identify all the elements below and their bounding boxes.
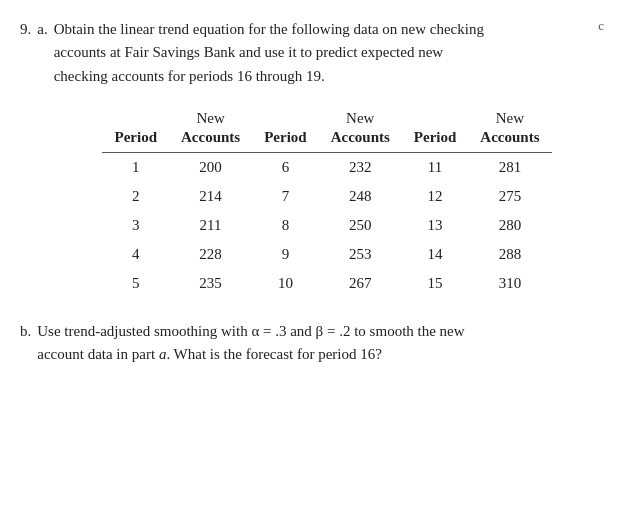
cell-r1-c1: 214 — [169, 182, 252, 211]
table-row: 52351026715310 — [102, 269, 551, 298]
cell-r3-c3: 253 — [319, 240, 402, 269]
col-new-1-header: New — [169, 110, 252, 129]
col-period-2-empty — [252, 110, 319, 129]
part-a-label: a. — [37, 18, 47, 88]
col-accounts-2-label: Accounts — [319, 129, 402, 153]
cell-r3-c1: 228 — [169, 240, 252, 269]
cell-r4-c3: 267 — [319, 269, 402, 298]
part-b-inner: b. Use trend-adjusted smoothing with α =… — [20, 320, 604, 367]
cell-r1-c2: 7 — [252, 182, 319, 211]
cell-r3-c4: 14 — [402, 240, 469, 269]
cell-r0-c5: 281 — [468, 152, 551, 182]
part-b-text: Use trend-adjusted smoothing with α = .3… — [37, 320, 464, 367]
problem-number: 9. — [20, 18, 31, 88]
cell-r4-c0: 5 — [102, 269, 169, 298]
cell-r3-c5: 288 — [468, 240, 551, 269]
col-period-3-label: Period — [402, 129, 469, 153]
cell-r4-c1: 235 — [169, 269, 252, 298]
cell-r3-c2: 9 — [252, 240, 319, 269]
col-new-2-header: New — [319, 110, 402, 129]
part-a-line1: Obtain the linear trend equation for the… — [54, 21, 484, 37]
cell-r4-c5: 310 — [468, 269, 551, 298]
cell-r1-c5: 275 — [468, 182, 551, 211]
cell-r4-c4: 15 — [402, 269, 469, 298]
cell-r4-c2: 10 — [252, 269, 319, 298]
part-a-line3: checking accounts for periods 16 through… — [54, 68, 325, 84]
cell-r1-c4: 12 — [402, 182, 469, 211]
cell-r2-c5: 280 — [468, 211, 551, 240]
cell-r2-c1: 211 — [169, 211, 252, 240]
header-row-new: New New New — [102, 110, 551, 129]
col-accounts-3-label: Accounts — [468, 129, 551, 153]
part-a-text: Obtain the linear trend equation for the… — [54, 18, 484, 88]
col-period-1-empty — [102, 110, 169, 129]
cell-r2-c4: 13 — [402, 211, 469, 240]
table-row: 2214724812275 — [102, 182, 551, 211]
col-period-1-label: Period — [102, 129, 169, 153]
data-table: New New New Period Accounts Period Accou… — [102, 110, 551, 298]
cell-r0-c0: 1 — [102, 152, 169, 182]
cell-r0-c4: 11 — [402, 152, 469, 182]
col-period-3-empty — [402, 110, 469, 129]
cell-r0-c2: 6 — [252, 152, 319, 182]
part-b: b. Use trend-adjusted smoothing with α =… — [20, 320, 604, 367]
col-period-2-label: Period — [252, 129, 319, 153]
cell-r2-c3: 250 — [319, 211, 402, 240]
cell-r0-c3: 232 — [319, 152, 402, 182]
cell-r0-c1: 200 — [169, 152, 252, 182]
cell-r2-c2: 8 — [252, 211, 319, 240]
col-new-3-header: New — [468, 110, 551, 129]
header-row-labels: Period Accounts Period Accounts Period A… — [102, 129, 551, 153]
cell-r1-c3: 248 — [319, 182, 402, 211]
table-section: New New New Period Accounts Period Accou… — [50, 110, 604, 298]
cell-r2-c0: 3 — [102, 211, 169, 240]
table-row: 4228925314288 — [102, 240, 551, 269]
cell-r3-c0: 4 — [102, 240, 169, 269]
table-row: 1200623211281 — [102, 152, 551, 182]
cell-r1-c0: 2 — [102, 182, 169, 211]
problem-header: 9. a. Obtain the linear trend equation f… — [20, 18, 604, 88]
part-b-label: b. — [20, 320, 31, 367]
part-a-line2: accounts at Fair Savings Bank and use it… — [54, 44, 443, 60]
col-accounts-1-label: Accounts — [169, 129, 252, 153]
table-body: 1200623211281221472481227532118250132804… — [102, 152, 551, 298]
table-row: 3211825013280 — [102, 211, 551, 240]
page-wrapper: c 9. a. Obtain the linear trend equation… — [20, 18, 604, 366]
corner-bracket: c — [598, 18, 604, 34]
